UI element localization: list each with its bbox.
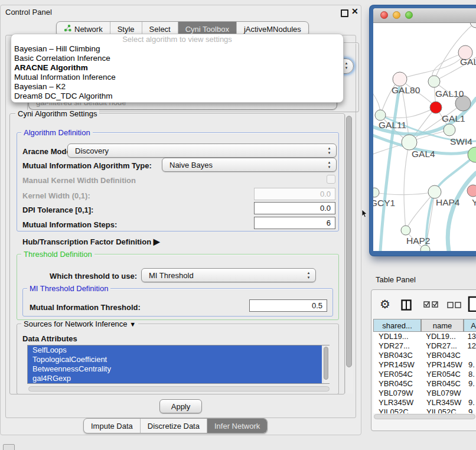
attributes-scrollbar[interactable] bbox=[322, 345, 330, 383]
mi-steps-field[interactable]: 6 bbox=[254, 217, 335, 229]
table-row[interactable]: YDL19...YDL19...13 bbox=[373, 332, 476, 341]
network-node[interactable] bbox=[430, 102, 442, 113]
network-node[interactable] bbox=[444, 124, 455, 136]
algorithm-option-bayesian-hill-climbing[interactable]: Bayesian – Hill Climbing bbox=[11, 44, 343, 54]
tab-discretize-data[interactable]: Discretize Data bbox=[141, 419, 207, 433]
mi-type-combobox[interactable]: Naive Bayes▴▾ bbox=[162, 158, 337, 172]
deselect-rows-icon[interactable] bbox=[447, 302, 461, 308]
dropdown-hint: Select algorithm to view settings bbox=[11, 34, 343, 44]
network-node[interactable] bbox=[402, 135, 417, 150]
settings-scrollbar[interactable] bbox=[345, 115, 353, 393]
mi-threshold-label: Mutual Information Threshold: bbox=[30, 303, 141, 312]
network-node[interactable] bbox=[467, 185, 476, 197]
column-visibility-icon[interactable] bbox=[401, 299, 412, 311]
table-cell: YLR345W bbox=[421, 398, 464, 407]
table-row[interactable]: YDR27...YDR27...12 bbox=[373, 341, 476, 351]
column-header-name[interactable]: name bbox=[421, 319, 464, 332]
network-node-label: Y bbox=[472, 197, 476, 207]
select-all-rows-icon[interactable] bbox=[423, 301, 439, 308]
table-cell: YIL052C bbox=[421, 407, 464, 413]
algorithm-option-mutual-information-inference[interactable]: Mutual Information Inference bbox=[11, 73, 343, 82]
export-table-icon[interactable] bbox=[468, 296, 476, 312]
restore-panel-button[interactable] bbox=[3, 444, 15, 450]
table-row[interactable]: YBR045CYBR045C9. bbox=[373, 379, 476, 389]
network-node[interactable] bbox=[393, 72, 407, 86]
network-edge[interactable] bbox=[374, 192, 435, 195]
expand-right-icon: ▶ bbox=[154, 237, 160, 246]
network-node[interactable] bbox=[375, 110, 386, 120]
network-node-label: HAP4 bbox=[436, 197, 460, 207]
network-node[interactable] bbox=[428, 76, 440, 87]
algorithm-option-aracne-algorithm[interactable]: ARACNE Algorithm bbox=[11, 63, 343, 73]
table-row[interactable]: YBL079WYBL079W bbox=[373, 389, 476, 398]
table-row[interactable]: YPR145WYPR145W9. bbox=[373, 360, 476, 370]
table-cell: YLR345W bbox=[373, 398, 421, 407]
table-cell: YIL052C bbox=[373, 407, 421, 413]
attributes-hscrollbar[interactable] bbox=[28, 386, 330, 392]
zoom-window-icon[interactable] bbox=[405, 11, 413, 19]
hub-definition-toggle[interactable]: Hub/Transcription Factor Definition ▶ bbox=[22, 237, 160, 246]
settings-gear-icon[interactable]: ⚙ bbox=[380, 297, 390, 311]
table-cell: 9. bbox=[464, 398, 475, 407]
table-cell: YDL19... bbox=[420, 332, 462, 341]
network-node[interactable] bbox=[470, 23, 476, 28]
sources-toggle[interactable]: Sources for Network Inference ▼ bbox=[21, 320, 138, 328]
mi-threshold-field[interactable]: 0.5 bbox=[249, 299, 327, 312]
algorithm-option-basic-correlation-inference[interactable]: Basic Correlation Inference bbox=[11, 54, 343, 63]
column-header-a[interactable]: A bbox=[464, 319, 476, 332]
apply-button[interactable]: Apply bbox=[159, 399, 202, 413]
network-node-label: GAL1 bbox=[442, 113, 465, 123]
attribute-item-gal4rgexp[interactable]: gal4RGexp bbox=[28, 374, 322, 383]
network-window-titlebar[interactable] bbox=[373, 8, 476, 23]
table-hscrollbar[interactable] bbox=[374, 414, 475, 419]
tab-impute-data[interactable]: Impute Data bbox=[84, 419, 141, 433]
table-row[interactable]: YLR345WYLR345W9. bbox=[373, 398, 476, 407]
network-node-label: GAL10 bbox=[435, 89, 464, 99]
algorithm-option-bayesian-k2[interactable]: Bayesian – K2 bbox=[11, 82, 343, 92]
close-window-icon[interactable] bbox=[380, 11, 388, 19]
network-view-window[interactable]: GALGAL80GAL10GAL1GAL11SWI4GAL4GCY1HAP4YH… bbox=[370, 5, 476, 256]
table-row[interactable]: YER054CYER054C8. bbox=[373, 370, 476, 379]
network-node-label: SWI4 bbox=[450, 136, 472, 146]
aracne-mode-combobox[interactable]: Discovery▴▾ bbox=[67, 144, 337, 158]
spinner-icon: ▴▾ bbox=[306, 270, 311, 280]
table-row[interactable]: YBR043CYBR043C bbox=[373, 351, 476, 360]
tab-label: jActiveMNodules bbox=[244, 25, 301, 34]
scrollbar-thumb[interactable] bbox=[324, 347, 328, 380]
data-attributes-label: Data Attributes bbox=[22, 334, 77, 343]
network-node[interactable] bbox=[401, 226, 410, 235]
network-node-label: HAP2 bbox=[406, 236, 431, 246]
network-edge[interactable] bbox=[380, 107, 436, 118]
dpi-tolerance-field[interactable]: 0.0 bbox=[254, 202, 335, 214]
panel-title: Control Panel bbox=[5, 8, 52, 17]
table-cell: YER054C bbox=[421, 370, 464, 379]
table-cell bbox=[464, 389, 468, 398]
expand-down-icon: ▼ bbox=[129, 321, 136, 328]
network-node[interactable] bbox=[420, 245, 430, 251]
kernel-width-field[interactable]: 0.0 bbox=[254, 188, 335, 200]
attribute-item-betweennesscentrality[interactable]: BetweennessCentrality bbox=[28, 364, 322, 374]
table-cell bbox=[464, 351, 468, 360]
network-node-label: GAL bbox=[460, 57, 476, 67]
minimize-window-icon[interactable] bbox=[393, 11, 400, 19]
scrollbar-thumb[interactable] bbox=[346, 116, 352, 367]
float-panel-icon[interactable] bbox=[341, 9, 348, 17]
close-panel-icon[interactable]: ✕ bbox=[351, 6, 358, 16]
tab-label: Style bbox=[118, 25, 135, 34]
manual-kernel-checkbox[interactable] bbox=[327, 175, 335, 184]
network-canvas[interactable]: GALGAL80GAL10GAL1GAL11SWI4GAL4GCY1HAP4YH… bbox=[373, 23, 476, 251]
attribute-item-topologicalcoefficient[interactable]: TopologicalCoefficient bbox=[28, 355, 322, 364]
attribute-item-selfloops[interactable]: SelfLoops bbox=[28, 345, 322, 355]
data-attributes-list[interactable]: SelfLoopsTopologicalCoefficientBetweenne… bbox=[27, 345, 330, 384]
network-node-label: GAL80 bbox=[392, 85, 420, 95]
which-threshold-combobox[interactable]: MI Threshold▴▾ bbox=[141, 268, 316, 282]
column-header-shared-[interactable]: shared... bbox=[373, 319, 421, 332]
network-node[interactable] bbox=[373, 188, 379, 197]
network-node[interactable] bbox=[428, 185, 441, 198]
table-row[interactable]: YIL052CYIL052C9 bbox=[373, 407, 476, 413]
network-node-label: GAL11 bbox=[379, 120, 406, 130]
network-edge[interactable] bbox=[404, 142, 409, 230]
algorithm-option-dream8-dc-tdc-algorithm[interactable]: Dream8 DC_TDC Algorithm bbox=[11, 92, 343, 101]
tab-infer-network[interactable]: Infer Network bbox=[207, 419, 267, 433]
mi-threshold-title: MI Threshold Definition bbox=[27, 285, 110, 293]
